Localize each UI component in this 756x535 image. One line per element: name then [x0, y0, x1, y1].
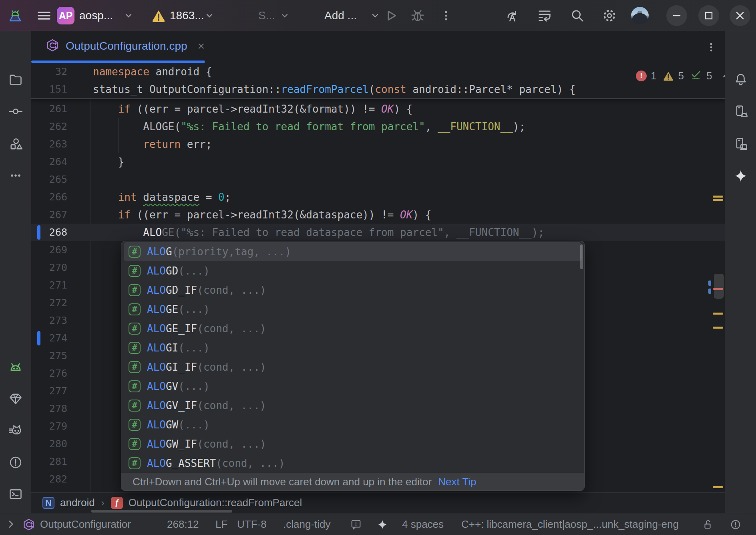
- line-number[interactable]: 281: [31, 453, 67, 470]
- breadcrumb-function[interactable]: OutputConfiguration::readFromParcel: [129, 497, 302, 509]
- line-number[interactable]: 276: [31, 365, 67, 382]
- line-number[interactable]: 265: [31, 171, 67, 188]
- ai-rename-refactor-icon[interactable]: [505, 0, 521, 31]
- ai-sparkle-icon[interactable]: [376, 519, 388, 531]
- completion-item[interactable]: #ALOGE(...): [124, 300, 582, 319]
- settings-gear-icon[interactable]: [601, 0, 617, 31]
- line-number[interactable]: 268: [31, 224, 67, 241]
- line-number[interactable]: 282: [31, 470, 67, 488]
- line-number[interactable]: 270: [31, 259, 67, 277]
- device-selector[interactable]: S...: [258, 0, 275, 31]
- code-line: 264 }: [31, 153, 725, 171]
- terminal-icon[interactable]: [8, 487, 23, 501]
- recent-locations-icon[interactable]: [537, 0, 553, 31]
- statusbar-error-circle-icon[interactable]: [730, 519, 742, 531]
- toolchain-widget[interactable]: C++: libcamera_client|aosp_...unk_stagin…: [461, 513, 679, 535]
- more-actions-kebab-icon[interactable]: [439, 0, 453, 31]
- statusbar-file-widget[interactable]: OutputConfiguratior: [40, 513, 131, 535]
- main-menu-hamburger-icon[interactable]: [37, 0, 51, 31]
- search-everywhere-icon[interactable]: [569, 0, 585, 31]
- device-manager-icon[interactable]: [734, 104, 748, 119]
- completion-item[interactable]: #ALOGV_IF(cond, ...): [124, 396, 582, 415]
- line-number[interactable]: 32: [31, 63, 67, 81]
- vcs-branch-selector[interactable]: 1863...: [170, 0, 204, 31]
- project-selector[interactable]: aosp...: [79, 0, 113, 31]
- project-badge[interactable]: AP: [57, 7, 74, 24]
- caret-position[interactable]: 268:12: [167, 513, 199, 535]
- completion-item[interactable]: #ALOGW_IF(cond, ...): [124, 434, 582, 454]
- line-number[interactable]: 271: [31, 277, 67, 294]
- project-folder-icon[interactable]: [8, 72, 23, 87]
- line-number[interactable]: 151: [31, 81, 67, 98]
- tab-options-kebab-icon[interactable]: [704, 40, 718, 55]
- tab-close-icon[interactable]: ×: [198, 40, 205, 52]
- unlocked-padlock-icon[interactable]: [702, 519, 714, 531]
- line-number[interactable]: 275: [31, 347, 67, 365]
- window-maximize-button[interactable]: [698, 5, 719, 26]
- app-quality-insights-diamond-icon[interactable]: [8, 392, 23, 406]
- run-button-play-icon[interactable]: [384, 0, 399, 31]
- line-number[interactable]: 262: [31, 118, 67, 135]
- completion-name: ALOG_ASSERT(cond, ...): [147, 457, 285, 469]
- window-minimize-button[interactable]: [666, 5, 687, 26]
- next-tip-link[interactable]: Next Tip: [438, 476, 476, 488]
- completion-item[interactable]: #ALOG_ASSERT(cond, ...): [124, 454, 582, 473]
- completion-item[interactable]: #ALOGW(...): [124, 415, 582, 434]
- window-close-button[interactable]: [730, 5, 750, 26]
- inspection-widget[interactable]: ! 1 5 5: [636, 67, 725, 85]
- notifications-bell-icon[interactable]: [734, 72, 748, 87]
- line-number[interactable]: 279: [31, 418, 67, 435]
- more-tool-windows-icon[interactable]: [8, 168, 23, 183]
- completion-item[interactable]: #ALOGI(...): [124, 338, 582, 357]
- line-separator[interactable]: LF: [215, 513, 227, 535]
- line-number[interactable]: 269: [31, 241, 67, 259]
- matched-prefix: ALO: [147, 457, 166, 469]
- profiler-cat-icon[interactable]: [8, 424, 23, 438]
- tab-outputconfiguration-cpp[interactable]: OutputConfiguration.cpp ×: [31, 31, 205, 61]
- line-number[interactable]: 267: [31, 206, 67, 224]
- breadcrumb-namespace[interactable]: android: [60, 497, 95, 509]
- line-number[interactable]: 277: [31, 382, 67, 400]
- branch-chevron-down-icon[interactable]: [206, 0, 213, 31]
- file-encoding[interactable]: UTF-8: [237, 513, 267, 535]
- line-number[interactable]: 280: [31, 435, 67, 453]
- line-number[interactable]: 272: [31, 294, 67, 312]
- warning-stripe-mark: [713, 199, 723, 201]
- line-number[interactable]: 264: [31, 153, 67, 171]
- structure-shapes-icon[interactable]: [8, 137, 23, 151]
- line-number[interactable]: 263: [31, 135, 67, 153]
- line-number[interactable]: 261: [31, 100, 67, 118]
- completion-item[interactable]: #ALOGE_IF(cond, ...): [124, 319, 582, 338]
- debug-button-bug-icon[interactable]: [410, 0, 425, 31]
- logcat-android-icon[interactable]: [8, 360, 23, 374]
- code-token: 0: [218, 191, 225, 203]
- completion-item[interactable]: #ALOGI_IF(cond, ...): [124, 357, 582, 377]
- problems-icon[interactable]: [8, 455, 23, 470]
- horizontal-scrollbar[interactable]: [91, 510, 232, 513]
- completion-item[interactable]: #ALOG(priority,tag, ...): [124, 242, 582, 261]
- completion-scrollbar-thumb[interactable]: [580, 244, 583, 269]
- project-chevron-down-icon[interactable]: [125, 0, 132, 31]
- commit-icon[interactable]: [8, 104, 23, 119]
- line-number[interactable]: 273: [31, 312, 67, 329]
- gemini-sparkle-icon[interactable]: [734, 169, 748, 183]
- completion-item[interactable]: #ALOGV(...): [124, 377, 582, 396]
- run-configuration-selector[interactable]: Add ...: [324, 0, 357, 31]
- vertical-scrollbar-thumb[interactable]: [714, 274, 724, 299]
- completion-item[interactable]: #ALOGD(...): [124, 261, 582, 281]
- code-token: ALOGE(: [93, 121, 181, 133]
- running-devices-icon[interactable]: [734, 137, 748, 151]
- line-number[interactable]: 266: [31, 188, 67, 206]
- prev-problem-chevron-up-icon[interactable]: [722, 71, 725, 81]
- line-number[interactable]: 274: [31, 329, 67, 347]
- statusbar-expand-chevron-icon[interactable]: [6, 519, 16, 529]
- completion-item[interactable]: #ALOGD_IF(cond, ...): [124, 281, 582, 300]
- name-rest: GD_IF: [166, 284, 197, 296]
- linter-widget[interactable]: .clang-tidy: [283, 513, 331, 535]
- line-number[interactable]: 278: [31, 400, 67, 418]
- run-config-chevron-down-icon[interactable]: [372, 0, 379, 31]
- user-avatar[interactable]: [631, 7, 649, 24]
- device-chevron-down-icon[interactable]: [281, 0, 288, 31]
- indent-widget[interactable]: 4 spaces: [402, 513, 444, 535]
- readability-bubble-icon[interactable]: [350, 519, 362, 531]
